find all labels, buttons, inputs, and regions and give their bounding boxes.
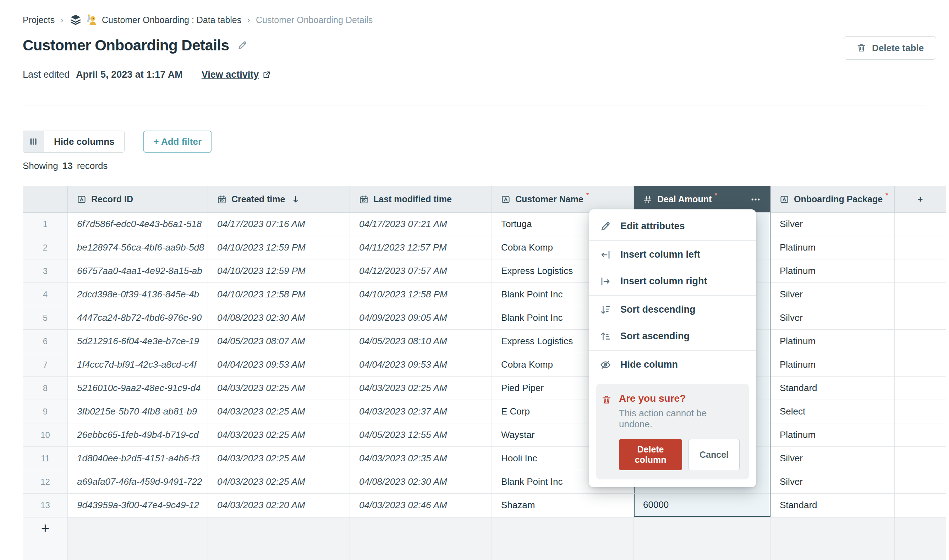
breadcrumb-item[interactable]: Projects [23, 15, 55, 25]
confirm-title: Are you sure? [619, 393, 740, 404]
row-number[interactable]: 9 [23, 400, 68, 423]
row-number[interactable]: 13 [23, 494, 68, 517]
cell-created[interactable]: 04/03/2023 02:25 AM [208, 470, 350, 494]
add-record-button[interactable]: + [23, 517, 68, 560]
cell-package[interactable]: Silver [771, 306, 895, 330]
add-filter-button[interactable]: + Add filter [143, 131, 212, 152]
cell-created[interactable]: 04/10/2023 12:58 PM [208, 283, 350, 306]
column-header-modified[interactable]: Last modified time [350, 186, 492, 212]
cell-record_id[interactable]: 66757aa0-4aa1-4e92-8a15-ab [68, 259, 208, 283]
cell-package[interactable]: Silver [771, 212, 895, 236]
breadcrumb: Projects›Customer Onboarding : Data tabl… [23, 14, 373, 26]
cell-extra [895, 330, 946, 353]
cell-modified[interactable]: 04/05/2023 08:10 AM [350, 330, 492, 353]
cell-record_id[interactable]: 4447ca24-8b72-4bd6-976e-90 [68, 306, 208, 330]
cell-modified[interactable]: 04/03/2023 02:25 AM [350, 377, 492, 400]
cell-modified[interactable]: 04/05/2023 12:55 AM [350, 423, 492, 447]
menu-item-insert-column-left[interactable]: Insert column left [589, 241, 756, 268]
cancel-button[interactable]: Cancel [689, 439, 740, 470]
cell-record_id[interactable]: 1f4ccc7d-bf91-42c3-a8cd-c4f [68, 353, 208, 377]
cell-record_id[interactable]: 5d212916-6f04-4e3e-b7ce-19 [68, 330, 208, 353]
cell-created[interactable]: 04/10/2023 12:59 PM [208, 236, 350, 259]
row-number[interactable]: 3 [23, 259, 68, 283]
cell-record_id[interactable]: a69afa07-46fa-459d-9491-722 [68, 470, 208, 494]
cell-package[interactable]: Silver [771, 447, 895, 470]
menu-item-sort-ascending[interactable]: Sort ascending [589, 323, 756, 349]
column-header-customer[interactable]: Customer Name* [492, 186, 634, 212]
cell-modified[interactable]: 04/17/2023 07:21 AM [350, 212, 492, 236]
row-number[interactable]: 4 [23, 283, 68, 306]
cell-record_id[interactable]: be128974-56ca-4bf6-aa9b-5d8 [68, 236, 208, 259]
menu-item-sort-descending[interactable]: Sort descending [589, 296, 756, 323]
add-record-cell [634, 517, 771, 560]
cell-package[interactable]: Select [771, 400, 895, 423]
cell-created[interactable]: 04/03/2023 02:20 AM [208, 494, 350, 517]
cell-created[interactable]: 04/03/2023 02:25 AM [208, 377, 350, 400]
breadcrumb-item[interactable]: Customer Onboarding : Data tables [69, 14, 241, 26]
cell-package[interactable]: Standard [771, 377, 895, 400]
cell-deal[interactable]: 60000 [634, 494, 771, 517]
cell-modified[interactable]: 04/08/2023 02:30 AM [350, 470, 492, 494]
menu-item-edit-attributes[interactable]: Edit attributes [589, 213, 756, 240]
cell-record_id[interactable]: 26ebbc65-1feb-49b4-b719-cd [68, 423, 208, 447]
cell-created[interactable]: 04/17/2023 07:16 AM [208, 212, 350, 236]
cell-record_id[interactable]: 3fb0215e-5b70-4fb8-ab81-b9 [68, 400, 208, 423]
cell-modified[interactable]: 04/11/2023 12:57 PM [350, 236, 492, 259]
column-header-record_id[interactable]: Record ID [68, 186, 208, 212]
row-number[interactable]: 6 [23, 330, 68, 353]
dots-icon[interactable] [750, 194, 761, 205]
cell-created[interactable]: 04/03/2023 02:25 AM [208, 447, 350, 470]
view-activity-link[interactable]: View activity [201, 69, 271, 80]
cell-package[interactable]: Platinum [771, 353, 895, 377]
cell-modified[interactable]: 04/12/2023 07:57 AM [350, 259, 492, 283]
cell-modified[interactable]: 04/03/2023 02:46 AM [350, 494, 492, 517]
cell-created[interactable]: 04/08/2023 02:30 AM [208, 306, 350, 330]
cell-created[interactable]: 04/03/2023 02:25 AM [208, 400, 350, 423]
hide-columns-button[interactable]: Hide columns [23, 131, 125, 152]
menu-item-label: Insert column right [620, 276, 707, 287]
cell-created[interactable]: 04/04/2023 09:53 AM [208, 353, 350, 377]
row-number[interactable]: 8 [23, 377, 68, 400]
row-number[interactable]: 1 [23, 212, 68, 236]
row-number[interactable]: 2 [23, 236, 68, 259]
table-row: 93fb0215e-5b70-4fb8-ab81-b904/03/2023 02… [23, 400, 946, 423]
cell-record_id[interactable]: 6f7d586f-edc0-4e43-b6a1-518 [68, 212, 208, 236]
menu-item-insert-column-right[interactable]: Insert column right [589, 268, 756, 295]
cell-modified[interactable]: 04/10/2023 12:58 PM [350, 283, 492, 306]
cell-modified[interactable]: 04/03/2023 02:37 AM [350, 400, 492, 423]
cell-extra [895, 353, 946, 377]
cell-package[interactable]: Standard [771, 494, 895, 517]
row-number[interactable]: 10 [23, 423, 68, 447]
table-row: 54447ca24-8b72-4bd6-976e-9004/08/2023 02… [23, 306, 946, 330]
cell-created[interactable]: 04/10/2023 12:59 PM [208, 259, 350, 283]
row-number[interactable]: 12 [23, 470, 68, 494]
cell-modified[interactable]: 04/04/2023 09:53 AM [350, 353, 492, 377]
cell-record_id[interactable]: 5216010c-9aa2-48ec-91c9-d4 [68, 377, 208, 400]
cell-package[interactable]: Platinum [771, 330, 895, 353]
column-header-created[interactable]: Created time [208, 186, 350, 212]
cell-package[interactable]: Silver [771, 470, 895, 494]
delete-column-button[interactable]: Delete column [619, 439, 682, 470]
column-header-deal[interactable]: Deal Amount* [634, 186, 771, 212]
cell-customer[interactable]: Shazam [492, 494, 634, 517]
cell-modified[interactable]: 04/09/2023 09:05 AM [350, 306, 492, 330]
cell-package[interactable]: Platinum [771, 236, 895, 259]
cell-record_id[interactable]: 1d8040ee-b2d5-4151-a4b6-f3 [68, 447, 208, 470]
cell-package[interactable]: Platinum [771, 259, 895, 283]
cell-created[interactable]: 04/05/2023 08:07 AM [208, 330, 350, 353]
column-header-package[interactable]: Onboarding Package* [771, 186, 895, 212]
cell-package[interactable]: Silver [771, 283, 895, 306]
row-number[interactable]: 5 [23, 306, 68, 330]
menu-item-hide-column[interactable]: Hide column [589, 351, 756, 378]
cell-package[interactable]: Platinum [771, 423, 895, 447]
cell-record_id[interactable]: 9d43959a-3f00-47e4-9c49-12 [68, 494, 208, 517]
cell-record_id[interactable]: 2dcd398e-0f39-4136-845e-4b [68, 283, 208, 306]
delete-table-button[interactable]: Delete table [844, 36, 936, 60]
row-number[interactable]: 11 [23, 447, 68, 470]
edit-title-icon[interactable] [237, 40, 248, 51]
cell-created[interactable]: 04/03/2023 02:25 AM [208, 423, 350, 447]
sort-desc-icon [600, 304, 611, 315]
row-number[interactable]: 7 [23, 353, 68, 377]
add-column-button[interactable]: + [895, 186, 946, 212]
cell-modified[interactable]: 04/03/2023 02:35 AM [350, 447, 492, 470]
